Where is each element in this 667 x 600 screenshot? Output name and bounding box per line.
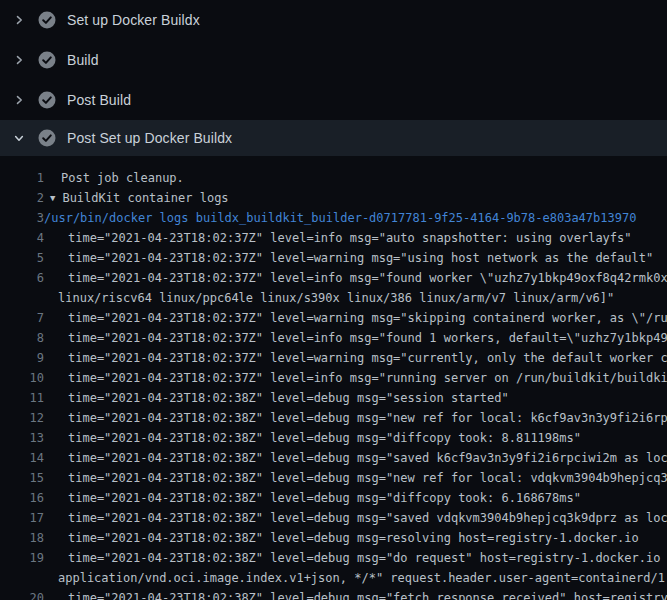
- step-row[interactable]: Post Build: [0, 80, 667, 120]
- log-line-number[interactable]: 13: [0, 428, 44, 448]
- log-text: time="2021-04-23T18:02:38Z" level=debug …: [68, 531, 639, 545]
- log-line-text: time="2021-04-23T18:02:38Z" level=debug …: [44, 508, 667, 528]
- log-line: 11 time="2021-04-23T18:02:38Z" level=deb…: [0, 388, 667, 408]
- chevron-right-icon: [12, 93, 26, 107]
- log-line-number[interactable]: 3: [0, 208, 44, 228]
- log-line-number[interactable]: 15: [0, 468, 44, 488]
- log-line: 6 time="2021-04-23T18:02:37Z" level=info…: [0, 268, 667, 288]
- log-text: time="2021-04-23T18:02:37Z" level=info m…: [68, 371, 667, 385]
- log-text: time="2021-04-23T18:02:38Z" level=debug …: [68, 591, 667, 600]
- log-line-number[interactable]: 18: [0, 528, 44, 548]
- step-label: Build: [67, 52, 99, 68]
- log-line-text: time="2021-04-23T18:02:38Z" level=debug …: [44, 488, 581, 508]
- log-text: time="2021-04-23T18:02:37Z" level=warnin…: [68, 351, 667, 365]
- chevron-right-icon: [12, 13, 26, 27]
- log-line-text: time="2021-04-23T18:02:38Z" level=debug …: [44, 548, 667, 568]
- log-line-text: time="2021-04-23T18:02:37Z" level=warnin…: [44, 348, 667, 368]
- log-line-number[interactable]: 6: [0, 268, 44, 288]
- log-text: linux/riscv64 linux/ppc64le linux/s390x …: [58, 291, 614, 305]
- group-toggle-icon[interactable]: ▼: [50, 188, 62, 208]
- log-line-text: linux/riscv64 linux/ppc64le linux/s390x …: [44, 288, 614, 308]
- step-label: Post Set up Docker Buildx: [67, 130, 232, 146]
- log-text: time="2021-04-23T18:02:38Z" level=debug …: [68, 391, 509, 405]
- log-line-text: time="2021-04-23T18:02:38Z" level=debug …: [44, 588, 667, 600]
- step-label: Post Build: [67, 92, 131, 108]
- log-line-number[interactable]: [0, 288, 44, 308]
- log-line-text: time="2021-04-23T18:02:37Z" level=warnin…: [44, 248, 653, 268]
- log-line-text: time="2021-04-23T18:02:38Z" level=debug …: [44, 388, 509, 408]
- log-line: 14 time="2021-04-23T18:02:38Z" level=deb…: [0, 448, 667, 468]
- log-line-number[interactable]: 4: [0, 228, 44, 248]
- check-circle-icon: [38, 11, 56, 29]
- step-row[interactable]: Build: [0, 40, 667, 80]
- log-line-text: /usr/bin/docker logs buildx_buildkit_bui…: [44, 208, 636, 228]
- log-line: 17 time="2021-04-23T18:02:38Z" level=deb…: [0, 508, 667, 528]
- step-row[interactable]: Post Set up Docker Buildx: [0, 120, 667, 156]
- log-text: time="2021-04-23T18:02:38Z" level=debug …: [68, 431, 581, 445]
- step-label: Set up Docker Buildx: [67, 12, 200, 28]
- log-text: time="2021-04-23T18:02:37Z" level=info m…: [68, 231, 632, 245]
- steps-list: Set up Docker Buildx Build Post Build: [0, 0, 667, 156]
- check-circle-icon: [38, 91, 56, 109]
- log-line-number[interactable]: 20: [0, 588, 44, 600]
- log-text: time="2021-04-23T18:02:37Z" level=info m…: [68, 331, 667, 345]
- log-line-number[interactable]: 8: [0, 328, 44, 348]
- check-circle-icon: [38, 129, 56, 147]
- log-text: time="2021-04-23T18:02:38Z" level=debug …: [68, 551, 667, 565]
- log-line: 15 time="2021-04-23T18:02:38Z" level=deb…: [0, 468, 667, 488]
- log-line-text: time="2021-04-23T18:02:37Z" level=warnin…: [44, 308, 667, 328]
- step-row[interactable]: Set up Docker Buildx: [0, 0, 667, 40]
- log-line-text: time="2021-04-23T18:02:37Z" level=info m…: [44, 228, 632, 248]
- log-line-text: time="2021-04-23T18:02:37Z" level=info m…: [44, 328, 667, 348]
- log-line: 9 time="2021-04-23T18:02:37Z" level=warn…: [0, 348, 667, 368]
- log-line-text: time="2021-04-23T18:02:38Z" level=debug …: [44, 428, 581, 448]
- log-line: 4 time="2021-04-23T18:02:37Z" level=info…: [0, 228, 667, 248]
- log-line-text: time="2021-04-23T18:02:38Z" level=debug …: [44, 408, 667, 428]
- log-text: time="2021-04-23T18:02:38Z" level=debug …: [68, 471, 667, 485]
- log-line-number[interactable]: 12: [0, 408, 44, 428]
- log-line-number[interactable]: 19: [0, 548, 44, 568]
- log-line: 3 /usr/bin/docker logs buildx_buildkit_b…: [0, 208, 667, 228]
- log-text: time="2021-04-23T18:02:38Z" level=debug …: [68, 491, 581, 505]
- log-line-number[interactable]: [0, 568, 44, 588]
- log-line-number[interactable]: 1: [0, 168, 44, 188]
- log-text: Post job cleanup.: [61, 171, 184, 185]
- chevron-down-icon: [12, 131, 26, 145]
- log-line-number[interactable]: 2: [0, 188, 44, 208]
- log-text: time="2021-04-23T18:02:38Z" level=debug …: [68, 411, 667, 425]
- log-line: 20 time="2021-04-23T18:02:38Z" level=deb…: [0, 588, 667, 600]
- log-line-number[interactable]: 5: [0, 248, 44, 268]
- log-line-text: time="2021-04-23T18:02:37Z" level=info m…: [44, 368, 667, 388]
- log-line-text: time="2021-04-23T18:02:37Z" level=info m…: [44, 268, 667, 288]
- log-text: time="2021-04-23T18:02:37Z" level=info m…: [68, 271, 667, 285]
- log-text: /usr/bin/docker logs buildx_buildkit_bui…: [44, 211, 636, 225]
- log-line-text: application/vnd.oci.image.index.v1+json,…: [44, 568, 667, 588]
- check-circle-icon: [38, 51, 56, 69]
- log-line-text: ▼BuildKit container logs: [44, 188, 229, 208]
- log-text: time="2021-04-23T18:02:37Z" level=warnin…: [68, 251, 653, 265]
- log-text: time="2021-04-23T18:02:38Z" level=debug …: [68, 451, 667, 465]
- log-line: 8 time="2021-04-23T18:02:37Z" level=info…: [0, 328, 667, 348]
- log-line: 7 time="2021-04-23T18:02:37Z" level=warn…: [0, 308, 667, 328]
- chevron-right-icon: [12, 53, 26, 67]
- log-viewer: 1 Post job cleanup. 2 ▼BuildKit containe…: [0, 156, 667, 600]
- log-line-text: time="2021-04-23T18:02:38Z" level=debug …: [44, 528, 639, 548]
- log-line-number[interactable]: 11: [0, 388, 44, 408]
- log-line: 16 time="2021-04-23T18:02:38Z" level=deb…: [0, 488, 667, 508]
- log-line-number[interactable]: 14: [0, 448, 44, 468]
- log-text: application/vnd.oci.image.index.v1+json,…: [58, 571, 667, 585]
- log-line-text: Post job cleanup.: [44, 168, 184, 188]
- log-text: time="2021-04-23T18:02:37Z" level=warnin…: [68, 311, 667, 325]
- log-line-number[interactable]: 16: [0, 488, 44, 508]
- log-line-number[interactable]: 7: [0, 308, 44, 328]
- log-line: 18 time="2021-04-23T18:02:38Z" level=deb…: [0, 528, 667, 548]
- log-line: 2 ▼BuildKit container logs: [0, 188, 667, 208]
- log-line-number[interactable]: 17: [0, 508, 44, 528]
- log-text: BuildKit container logs: [62, 191, 228, 205]
- log-line-number[interactable]: 10: [0, 368, 44, 388]
- log-line-text: time="2021-04-23T18:02:38Z" level=debug …: [44, 448, 667, 468]
- log-line: 19 time="2021-04-23T18:02:38Z" level=deb…: [0, 548, 667, 568]
- log-text: time="2021-04-23T18:02:38Z" level=debug …: [68, 511, 667, 525]
- log-line: 1 Post job cleanup.: [0, 168, 667, 188]
- log-line-number[interactable]: 9: [0, 348, 44, 368]
